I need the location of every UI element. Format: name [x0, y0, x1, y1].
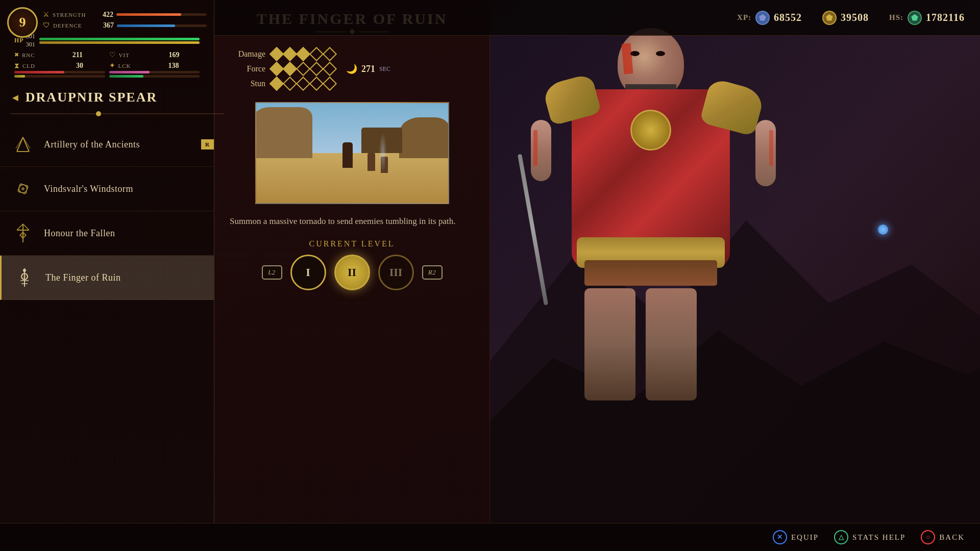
gold-icon: ⬟ — [822, 11, 837, 25]
svg-point-13 — [23, 269, 26, 272]
stun-diamond-3 — [296, 77, 310, 91]
vit-label: VIT — [119, 52, 159, 58]
weapon-slider — [10, 113, 224, 114]
arm-marking-l — [533, 130, 537, 166]
rnc-row: ✖ RNC 211 — [14, 51, 105, 59]
shoulder-left — [542, 73, 601, 126]
cld-row: ⧗ CLD 30 — [14, 61, 105, 70]
kratos-lower-body — [584, 260, 717, 413]
skill-item-artillery[interactable]: Artillery of the Ancients R — [0, 122, 214, 167]
stun-diamond-1 — [270, 77, 284, 91]
damage-diamond-4 — [309, 47, 324, 61]
force-diamond-4 — [309, 62, 324, 76]
skill-item-finger[interactable]: The Finger of Ruin — [0, 256, 214, 300]
weapon-slider-dot — [96, 111, 101, 116]
skill-name-finger: The Finger of Ruin — [45, 272, 120, 283]
weapon-arrow[interactable]: ◄ — [10, 92, 20, 104]
hs-icon: ⬟ — [908, 11, 922, 25]
skill-name-honour: Honour the Fallen — [44, 228, 115, 239]
center-panel: THE FINGER OF RUIN Damage Force — [214, 0, 490, 551]
level-1-button[interactable]: I — [290, 255, 326, 290]
rnc-icon: ✖ — [14, 52, 19, 58]
blue-gem — [878, 224, 888, 235]
hs-value: 1782116 — [926, 12, 965, 23]
damage-diamond-2 — [283, 47, 297, 61]
cld-value: 30 — [65, 62, 83, 70]
force-stat-line: Force 🌙 271 SEC — [225, 63, 479, 74]
action-bar: ✕ EQUIP △ STATS HELP ○ BACK — [0, 523, 980, 551]
skill-list: Artillery of the Ancients R Vindsvalr's … — [0, 122, 214, 300]
scene-rocks-left — [255, 107, 312, 158]
level-3-button[interactable]: III — [378, 255, 414, 290]
stats-help-action[interactable]: △ STATS HELP — [834, 530, 905, 544]
kratos-head — [618, 28, 684, 99]
defence-bar-fill — [117, 24, 175, 27]
scene-rocks-right — [399, 117, 449, 158]
strength-label: STRENGTH — [53, 12, 92, 18]
scene — [256, 103, 448, 203]
xp-icon: ⬟ — [755, 11, 770, 25]
hp-label: HP — [14, 37, 24, 44]
cld-icon: ⧗ — [14, 62, 19, 70]
arm-marking-r — [769, 130, 773, 166]
force-label: Force — [225, 64, 265, 73]
vindsvlr-icon-wrap — [10, 176, 36, 202]
hp-section: HP 301 301 — [7, 33, 207, 48]
preview-decor-top — [327, 102, 378, 103]
honour-icon — [12, 222, 34, 244]
vit-row: ♡ VIT 169 — [109, 51, 200, 59]
cld-label: CLD — [22, 63, 62, 69]
equip-action[interactable]: ✕ EQUIP — [773, 530, 819, 544]
l2-button[interactable]: L2 — [262, 265, 282, 280]
circle-button[interactable]: ○ — [921, 530, 935, 544]
defence-icon: 🛡 — [43, 21, 50, 30]
right-eye — [656, 51, 665, 56]
damage-label: Damage — [225, 49, 265, 59]
skill-item-vindsvlr[interactable]: Vindsvalr's Windstorm — [0, 167, 214, 211]
level-badge: 9 — [7, 7, 38, 38]
left-arm-upper — [531, 120, 551, 181]
force-diamond-5 — [323, 62, 337, 76]
defence-row: 🛡 DEFENCE 367 — [43, 21, 207, 30]
hp-max: 301 — [26, 41, 35, 48]
level-2-button[interactable]: II — [334, 255, 370, 290]
preview-decor-bottom — [327, 203, 378, 204]
stun-label: Stun — [225, 79, 265, 88]
svg-point-10 — [21, 273, 28, 280]
right-arm-upper — [755, 120, 776, 186]
defence-value: 367 — [96, 21, 114, 30]
windstorm-icon — [12, 178, 34, 200]
weapon-name: DRAUPNIR SPEAR — [26, 90, 157, 105]
right-leg — [646, 288, 697, 400]
cross-button[interactable]: ✕ — [773, 530, 787, 544]
kratos-head-area — [618, 28, 684, 99]
strength-value: 422 — [95, 11, 113, 19]
force-diamond-3 — [296, 62, 310, 76]
current-level-title: CURRENT LEVEL — [225, 239, 479, 248]
chest-armor — [572, 89, 730, 268]
damage-stat-line: Damage — [225, 49, 479, 59]
timer-display: 🌙 271 SEC — [346, 63, 390, 74]
gold-value: 39508 — [841, 12, 869, 23]
artillery-icon — [12, 133, 34, 156]
weapon-section: ◄ DRAUPNIR SPEAR — [0, 82, 214, 113]
skill-name-vindsvlr: Vindsvalr's Windstorm — [44, 184, 133, 194]
back-action[interactable]: ○ BACK — [921, 530, 965, 544]
xp-value: 68552 — [774, 12, 802, 23]
scene-enemy-1 — [368, 153, 375, 171]
level-buttons: L2 I II III R2 — [225, 255, 479, 290]
rnc-label: RNC — [22, 52, 62, 58]
damage-diamonds — [272, 49, 335, 59]
skill-preview-image — [255, 102, 449, 204]
hp-bars — [39, 38, 200, 44]
r2-button[interactable]: R2 — [422, 265, 443, 280]
lck-label: LCK — [118, 63, 158, 69]
triangle-button[interactable]: △ — [834, 530, 848, 544]
skill-item-honour[interactable]: Honour the Fallen — [0, 211, 214, 256]
kratos-torso — [572, 89, 730, 268]
defence-label: DEFENCE — [53, 22, 93, 29]
lck-icon: ✦ — [109, 61, 115, 70]
finger-of-ruin-icon — [13, 266, 36, 289]
finger-icon-wrap — [12, 265, 37, 290]
current-level-section: CURRENT LEVEL L2 I II III R2 — [225, 239, 479, 290]
